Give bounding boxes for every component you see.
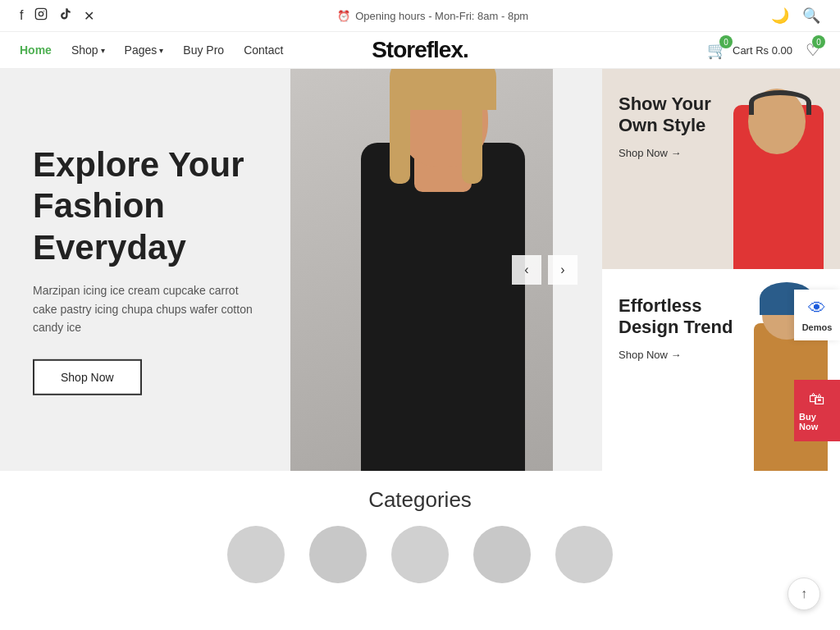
header: Home Shop ▾ Pages ▾ Buy Pro Contact Stor…: [0, 32, 840, 69]
arrow-up-icon: ↑: [801, 587, 807, 601]
wishlist-button[interactable]: ♡ 0: [806, 40, 820, 60]
side-banner-1-title: Show Your Own Style: [619, 94, 711, 137]
cart-button[interactable]: 🛒 0 Cart Rs 0.00: [707, 40, 792, 60]
opening-hours-text: Opening hours - Mon-Fri: 8am - 8pm: [355, 10, 528, 22]
hero-banner: Explore Your Fashion Everyday Marzipan i…: [0, 69, 602, 471]
nav-home[interactable]: Home: [20, 43, 52, 57]
slider-next-button[interactable]: ›: [548, 255, 578, 285]
nav-right: 🛒 0 Cart Rs 0.00 ♡ 0: [707, 40, 820, 60]
svg-point-1: [39, 11, 43, 16]
site-logo[interactable]: Storeflex.: [372, 37, 468, 63]
category-item[interactable]: [473, 526, 531, 583]
categories-section: Categories: [0, 471, 840, 591]
x-twitter-icon[interactable]: ✕: [84, 8, 94, 24]
chevron-down-icon: ▾: [159, 46, 163, 55]
hero-subtitle: Marzipan icing ice cream cupcake carrot …: [33, 281, 262, 336]
category-item[interactable]: [555, 526, 613, 583]
buy-now-tab[interactable]: 🛍 Buy Now: [794, 380, 840, 441]
search-icon[interactable]: 🔍: [802, 7, 820, 25]
eye-icon: 👁: [808, 298, 826, 319]
main-nav: Home Shop ▾ Pages ▾ Buy Pro Contact: [20, 43, 283, 57]
categories-title: Categories: [20, 487, 820, 513]
nav-pages[interactable]: Pages ▾: [125, 43, 164, 57]
facebook-icon[interactable]: f: [20, 8, 23, 23]
slider-arrows: ‹ ›: [512, 255, 578, 285]
cart-badge: 0: [719, 35, 733, 48]
svg-rect-0: [36, 8, 47, 19]
wishlist-badge: 0: [812, 35, 825, 48]
clock-icon: ⏰: [337, 10, 350, 22]
side-banner-1[interactable]: Show Your Own Style Shop Now →: [602, 69, 840, 271]
side-banner-1-text: Show Your Own Style Shop Now →: [619, 94, 711, 159]
bag-icon: 🛍: [809, 390, 825, 409]
banner1-person: [709, 89, 840, 269]
social-icons: f ✕: [20, 7, 94, 24]
demos-tab[interactable]: 👁 Demos: [794, 290, 840, 340]
scroll-to-top-button[interactable]: ↑: [788, 578, 820, 610]
chevron-down-icon: ▾: [101, 46, 105, 55]
nav-buy-pro[interactable]: Buy Pro: [183, 43, 224, 57]
category-item[interactable]: [391, 526, 449, 583]
top-right-icons: 🌙 🔍: [771, 7, 820, 25]
category-item[interactable]: [309, 526, 367, 583]
category-item[interactable]: [227, 526, 285, 583]
categories-row: [20, 526, 820, 583]
cart-label: Cart Rs 0.00: [733, 44, 792, 57]
main-content: Explore Your Fashion Everyday Marzipan i…: [0, 69, 840, 471]
side-banner-1-link[interactable]: Shop Now →: [619, 147, 711, 159]
hero-text: Explore Your Fashion Everyday Marzipan i…: [33, 144, 262, 395]
dark-mode-icon[interactable]: 🌙: [771, 7, 789, 25]
side-banners: Show Your Own Style Shop Now → Effortles…: [602, 69, 840, 471]
side-banner-2-title: Effortless Design Trend: [619, 295, 733, 339]
svg-point-2: [43, 11, 44, 11]
side-banner-2-link[interactable]: Shop Now →: [619, 349, 733, 361]
tiktok-icon[interactable]: [59, 7, 72, 24]
slider-prev-button[interactable]: ‹: [512, 255, 541, 285]
nav-contact[interactable]: Contact: [244, 43, 283, 57]
opening-hours: ⏰ Opening hours - Mon-Fri: 8am - 8pm: [337, 10, 528, 22]
top-bar: f ✕ ⏰ Opening hours - Mon-Fri: 8am - 8pm…: [0, 0, 840, 32]
instagram-icon[interactable]: [34, 7, 48, 24]
hero-title: Explore Your Fashion Everyday: [33, 144, 262, 268]
side-banner-2-text: Effortless Design Trend Shop Now →: [619, 295, 733, 361]
demos-label: Demos: [802, 322, 833, 332]
nav-shop[interactable]: Shop ▾: [71, 43, 105, 57]
shop-now-button[interactable]: Shop Now: [33, 359, 142, 395]
buy-now-label: Buy Now: [799, 412, 835, 431]
